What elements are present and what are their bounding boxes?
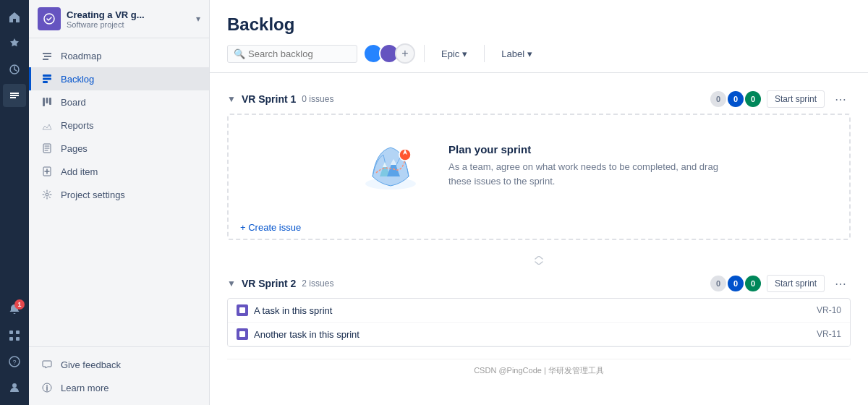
- sprint-1-header: ▼ VR Sprint 1 0 issues 0 0 0 Start sprin…: [227, 85, 851, 114]
- project-dropdown-chevron[interactable]: ▾: [196, 14, 200, 24]
- project-info: Creating a VR g... Software project: [67, 9, 190, 29]
- sidebar-bottom: Give feedback Learn more: [29, 346, 209, 405]
- main-header: Backlog 🔍 + Epic ▾ Label ▾: [210, 0, 868, 73]
- page-title: Backlog: [227, 14, 851, 35]
- issue-id: VR-10: [817, 305, 841, 315]
- sidebar-item-add-item[interactable]: Add item: [29, 160, 209, 183]
- search-box[interactable]: 🔍: [227, 45, 357, 63]
- svg-rect-22: [239, 331, 245, 337]
- epic-filter-button[interactable]: Epic ▾: [433, 45, 475, 63]
- content-area: ▼ VR Sprint 1 0 issues 0 0 0 Start sprin…: [210, 73, 868, 405]
- drag-handle[interactable]: [227, 252, 851, 269]
- issue-id: VR-11: [817, 329, 841, 339]
- svg-rect-1: [9, 331, 13, 334]
- svg-rect-2: [16, 331, 20, 334]
- project-icon: [38, 7, 61, 30]
- svg-rect-13: [46, 98, 48, 103]
- sidebar-item-label: Give feedback: [61, 359, 121, 370]
- sidebar-navigation: Roadmap Backlog Board Reports Pages: [29, 38, 209, 346]
- sprint-2-name: VR Sprint 2: [242, 278, 296, 289]
- table-row[interactable]: Another task in this sprint VR-11: [228, 323, 850, 346]
- sprint-1-badges: 0 0 0: [710, 91, 761, 107]
- settings-icon: [41, 188, 54, 201]
- issue-name: Another task in this sprint: [254, 329, 811, 340]
- issue-name: A task in this sprint: [254, 305, 811, 316]
- sidebar-item-roadmap[interactable]: Roadmap: [29, 44, 209, 67]
- svg-point-17: [46, 193, 48, 196]
- project-header[interactable]: Creating a VR g... Software project ▾: [29, 0, 209, 38]
- recent-nav-item[interactable]: [3, 58, 26, 81]
- search-icon: 🔍: [234, 48, 245, 59]
- sprint-1-badge-gray: 0: [710, 91, 726, 107]
- add-member-button[interactable]: +: [395, 43, 415, 64]
- sidebar: Creating a VR g... Software project ▾ Ro…: [29, 0, 210, 405]
- sprint-2-header: ▼ VR Sprint 2 2 issues 0 0 0 Start sprin…: [227, 269, 851, 298]
- avatar-group: +: [363, 43, 415, 64]
- sprint-1-body: Plan your sprint As a team, agree on wha…: [227, 114, 851, 240]
- sprint-2-badges: 0 0 0: [710, 276, 761, 291]
- sidebar-item-pages[interactable]: Pages: [29, 137, 209, 160]
- notification-nav-item[interactable]: 1: [3, 298, 26, 321]
- svg-rect-10: [43, 78, 51, 80]
- sidebar-item-label: Board: [61, 97, 86, 108]
- apps-nav-item[interactable]: [3, 324, 26, 347]
- sprint-2-toggle[interactable]: ▼: [227, 278, 236, 289]
- toolbar: 🔍 + Epic ▾ Label ▾: [227, 43, 851, 64]
- global-nav: 1 ?: [0, 0, 29, 405]
- info-icon: [41, 381, 54, 394]
- svg-rect-21: [239, 307, 245, 313]
- home-nav-item[interactable]: [3, 6, 26, 29]
- sprint-hint-title: Plan your sprint: [448, 143, 723, 155]
- sprint-hint-text: As a team, agree on what work needs to b…: [448, 160, 723, 188]
- svg-rect-14: [49, 98, 51, 105]
- help-nav-item[interactable]: ?: [3, 350, 26, 373]
- sprint-1-count: 0 issues: [302, 94, 333, 104]
- feedback-icon: [41, 358, 54, 371]
- svg-rect-12: [43, 98, 45, 106]
- roadmap-icon: [41, 49, 54, 62]
- table-row[interactable]: A task in this sprint VR-10: [228, 299, 850, 323]
- sprint-2-badge-blue: 0: [728, 276, 744, 291]
- sprint-1-section: ▼ VR Sprint 1 0 issues 0 0 0 Start sprin…: [227, 85, 851, 240]
- sidebar-item-label: Project settings: [61, 189, 125, 200]
- sidebar-item-project-settings[interactable]: Project settings: [29, 183, 209, 206]
- starred-nav-item[interactable]: [3, 32, 26, 55]
- sprint-1-toggle[interactable]: ▼: [227, 94, 236, 104]
- svg-rect-3: [9, 337, 13, 341]
- notification-badge: 1: [14, 299, 25, 310]
- sidebar-item-reports[interactable]: Reports: [29, 114, 209, 137]
- sprint-1-empty-state: Plan your sprint As a team, agree on wha…: [229, 115, 849, 216]
- sprint-1-badge-green: 0: [745, 91, 761, 107]
- shortcuts-nav-item[interactable]: [3, 84, 26, 107]
- sprint-2-badge-green: 0: [745, 276, 761, 291]
- sidebar-item-label: Backlog: [61, 74, 94, 85]
- reports-icon: [41, 119, 54, 132]
- add-item-icon: [41, 165, 54, 178]
- create-issue-button[interactable]: + Create issue: [229, 216, 849, 239]
- start-sprint-2-button[interactable]: Start sprint: [767, 275, 825, 292]
- sprint-1-name: VR Sprint 1: [242, 93, 296, 105]
- sidebar-item-label: Reports: [61, 120, 94, 131]
- profile-nav-item[interactable]: [3, 376, 26, 399]
- sidebar-item-label: Pages: [61, 143, 88, 154]
- sprint-1-more-button[interactable]: ⋯: [830, 89, 851, 109]
- watermark: CSDN @PingCode | 华研发管理工具: [227, 359, 851, 382]
- sprint-2-count: 2 issues: [302, 278, 333, 289]
- sidebar-item-label: Learn more: [61, 383, 109, 393]
- sidebar-item-backlog[interactable]: Backlog: [29, 67, 209, 90]
- sidebar-item-board[interactable]: Board: [29, 90, 209, 114]
- board-icon: [41, 95, 54, 108]
- search-input[interactable]: [248, 48, 351, 59]
- sprint-illustration: [354, 137, 427, 195]
- sprint-2-body: A task in this sprint VR-10 Another task…: [227, 298, 851, 347]
- svg-rect-9: [43, 74, 51, 77]
- svg-rect-11: [43, 81, 48, 83]
- label-filter-button[interactable]: Label ▾: [493, 45, 540, 63]
- main-content: Backlog 🔍 + Epic ▾ Label ▾: [210, 0, 868, 405]
- sprint-2-more-button[interactable]: ⋯: [830, 273, 851, 294]
- start-sprint-1-button[interactable]: Start sprint: [767, 90, 825, 108]
- sidebar-item-learn-more[interactable]: Learn more: [29, 376, 209, 399]
- sidebar-item-give-feedback[interactable]: Give feedback: [29, 353, 209, 376]
- pages-icon: [41, 142, 54, 155]
- toolbar-separator: [424, 45, 425, 62]
